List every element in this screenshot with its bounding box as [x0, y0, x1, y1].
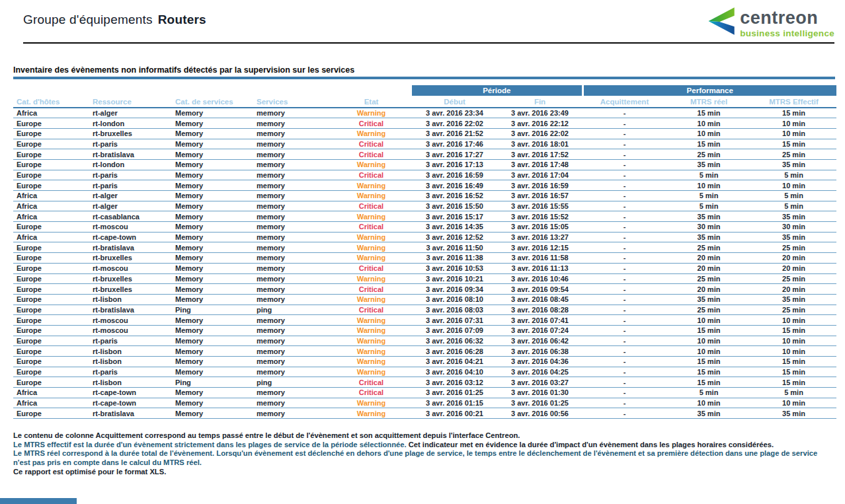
note-mtrs-effectif-definition: Le MTRS effectif est la durée d'un évène… — [13, 441, 407, 449]
events-tbody: Africa rt-alger Memory memory Warning 3 … — [13, 108, 836, 419]
column-header-etat: Etat — [331, 96, 412, 108]
column-header-ressource: Ressource — [89, 96, 172, 108]
cell-cat-services: Memory — [172, 211, 253, 222]
cell-acquittement: - — [583, 325, 666, 336]
cell-fin: 3 avr. 2016 06:42 — [497, 336, 583, 346]
cell-ressource: rt-paris — [89, 139, 172, 149]
cell-mtrs-effectif: 10 min — [751, 315, 836, 326]
cell-cat-hotes: Europe — [13, 294, 89, 305]
cell-cat-hotes: Europe — [13, 149, 89, 160]
cell-services: memory — [253, 159, 331, 170]
header-divider — [23, 42, 834, 44]
cell-acquittement: - — [583, 191, 666, 201]
cell-cat-services: Ping — [172, 377, 253, 388]
cell-acquittement: - — [583, 149, 666, 160]
cell-debut: 3 avr. 2016 07:09 — [412, 325, 497, 336]
column-header-mtrs-effectif: MTRS Effectif — [751, 96, 836, 108]
cell-fin: 3 avr. 2016 03:27 — [497, 377, 583, 388]
event-row: Europe rt-lisbon Memory memory Warning 3… — [13, 346, 836, 357]
cell-mtrs-effectif: 35 min — [751, 294, 836, 305]
group-header-row: Période Performance — [13, 85, 836, 96]
cell-ressource: rt-bruxelles — [89, 284, 172, 295]
cell-mtrs-effectif: 10 min — [751, 336, 836, 346]
cell-cat-services: Memory — [172, 180, 253, 191]
cell-mtrs-effectif: 15 min — [751, 357, 836, 367]
cell-acquittement: - — [583, 139, 666, 149]
cell-mtrs-reel: 10 min — [666, 336, 751, 346]
cell-fin: 3 avr. 2016 08:45 — [497, 294, 583, 305]
cell-mtrs-reel: 35 min — [666, 211, 751, 222]
cell-debut: 3 avr. 2016 04:21 — [412, 357, 497, 367]
event-row: Europe rt-london Memory memory Critical … — [13, 118, 836, 129]
cell-cat-hotes: Africa — [13, 191, 89, 201]
cell-cat-services: Memory — [172, 191, 253, 201]
cell-ressource: rt-bruxelles — [89, 128, 172, 139]
cell-debut: 3 avr. 2016 08:03 — [412, 305, 497, 315]
cell-mtrs-reel: 35 min — [666, 294, 751, 305]
cell-fin: 3 avr. 2016 13:27 — [497, 232, 583, 242]
cell-etat status-badge: Critical — [331, 118, 412, 129]
cell-debut: 3 avr. 2016 10:21 — [412, 273, 497, 284]
cell-cat-hotes: Europe — [13, 128, 89, 139]
cell-ressource: rt-lisbon — [89, 377, 172, 388]
cell-services: memory — [253, 222, 331, 233]
column-header-services: Services — [253, 96, 331, 108]
cell-cat-services: Memory — [172, 315, 253, 326]
cell-etat status-badge: Warning — [331, 408, 412, 419]
cell-mtrs-reel: 25 min — [666, 242, 751, 253]
cell-fin: 3 avr. 2016 10:46 — [497, 273, 583, 284]
cell-fin: 3 avr. 2016 17:48 — [497, 159, 583, 170]
cell-fin: 3 avr. 2016 22:02 — [497, 128, 583, 139]
cell-mtrs-effectif: 25 min — [751, 305, 836, 315]
centreon-logo: centreon business intelligence — [706, 7, 834, 38]
event-row: Europe rt-bratislava Memory memory Criti… — [13, 149, 836, 160]
column-header-cat-services: Cat. de services — [172, 96, 253, 108]
event-row: Europe rt-bruxelles Memory memory Warnin… — [13, 253, 836, 264]
cell-services: memory — [253, 118, 331, 129]
cell-etat status-badge: Critical — [331, 284, 412, 295]
cell-cat-hotes: Europe — [13, 305, 89, 315]
cell-mtrs-effectif: 15 min — [751, 377, 836, 388]
cell-ressource: rt-moscou — [89, 325, 172, 336]
cell-etat status-badge: Warning — [331, 180, 412, 191]
cell-mtrs-reel: 15 min — [666, 357, 751, 367]
cell-services: memory — [253, 180, 331, 191]
cell-mtrs-reel: 10 min — [666, 346, 751, 357]
event-row: Europe rt-paris Memory memory Warning 3 … — [13, 367, 836, 377]
cell-ressource: rt-paris — [89, 170, 172, 180]
column-header-row: Cat. d'hôtes Ressource Cat. de services … — [13, 96, 836, 108]
cell-mtrs-reel: 35 min — [666, 408, 751, 419]
cell-cat-services: Memory — [172, 170, 253, 180]
event-row: Africa rt-alger Memory memory Warning 3 … — [13, 108, 836, 118]
page-title-prefix: Groupe d'équipements — [23, 13, 153, 26]
column-header-acquittement: Acquittement — [583, 96, 666, 108]
note-acquittement: Le contenu de colonne Acquittement corre… — [13, 431, 834, 441]
cell-acquittement: - — [583, 367, 666, 377]
report-header: Groupe d'équipementsRouters centreon bus… — [0, 0, 845, 38]
cell-fin: 3 avr. 2016 11:58 — [497, 253, 583, 264]
cell-mtrs-reel: 5 min — [666, 388, 751, 398]
cell-debut: 3 avr. 2016 04:10 — [412, 367, 497, 377]
cell-services: memory — [253, 367, 331, 377]
cell-cat-hotes: Europe — [13, 336, 89, 346]
cell-services: memory — [253, 108, 331, 118]
cell-fin: 3 avr. 2016 06:38 — [497, 346, 583, 357]
cell-mtrs-effectif: 25 min — [751, 149, 836, 160]
cell-fin: 3 avr. 2016 15:55 — [497, 201, 583, 211]
cell-cat-services: Memory — [172, 284, 253, 295]
cell-cat-services: Ping — [172, 305, 253, 315]
group-header-spacer — [13, 85, 412, 96]
cell-ressource: rt-bratislava — [89, 305, 172, 315]
cell-cat-hotes: Europe — [13, 367, 89, 377]
cell-ressource: rt-lisbon — [89, 346, 172, 357]
cell-services: memory — [253, 149, 331, 160]
cell-services: memory — [253, 346, 331, 357]
cell-fin: 3 avr. 2016 22:12 — [497, 118, 583, 129]
cell-etat status-badge: Critical — [331, 263, 412, 273]
cell-acquittement: - — [583, 118, 666, 129]
cell-mtrs-reel: 5 min — [666, 191, 751, 201]
cell-ressource: rt-paris — [89, 180, 172, 191]
cell-mtrs-effectif: 15 min — [751, 325, 836, 336]
cell-debut: 3 avr. 2016 15:17 — [412, 211, 497, 222]
cell-cat-hotes: Europe — [13, 180, 89, 191]
